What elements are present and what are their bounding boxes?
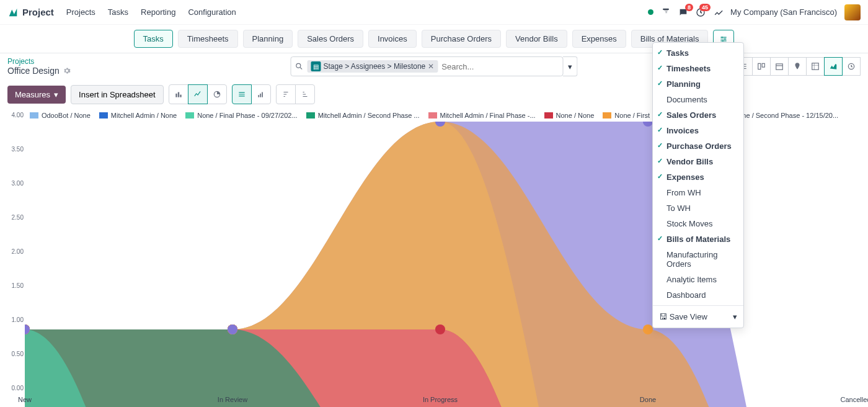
messages-badge: 8 [685,4,693,11]
y-axis: 0.000.501.001.502.002.503.003.504.00 [5,122,24,395]
activities-badge: 45 [699,4,711,11]
view-kanban[interactable] [752,57,771,76]
view-pivot[interactable] [806,57,825,76]
legend-item[interactable]: OdooBot / None [30,112,91,119]
legend-item[interactable]: None / Final Phase - 09/27/202... [185,112,297,119]
x-tick: In Review [218,396,247,403]
company-selector[interactable]: My Company (San Francisco) [730,7,837,17]
dd-item-planning[interactable]: Planning [653,76,743,92]
search-box[interactable]: ▤ Stage > Assignees > Milestone ✕ [291,56,564,76]
tab-planning[interactable]: Planning [243,30,293,48]
y-tick: 0.00 [12,385,24,391]
dd-item-purchase-orders[interactable]: Purchase Orders [653,138,743,154]
search-icon [295,62,304,71]
save-view-item[interactable]: 🖫 Save View ▾ [653,308,743,325]
y-tick: 1.50 [12,282,24,289]
x-tick: In Progress [423,396,458,403]
tab-vendor-bills[interactable]: Vendor Bills [506,30,567,48]
menu-reporting[interactable]: Reporting [141,7,175,17]
chart-line-button[interactable] [188,84,208,104]
search-area: ▤ Stage > Assignees > Milestone ✕ ▾ [291,56,578,76]
svg-point-2 [725,38,726,39]
y-tick: 3.50 [12,146,24,153]
y-tick: 1.00 [12,316,24,323]
dd-item-sales-orders[interactable]: Sales Orders [653,107,743,123]
dd-item-bills-of-materials[interactable]: Bills of Materials [653,231,743,247]
dd-item-timesheets[interactable]: Timesheets [653,61,743,76]
view-graph[interactable] [824,57,843,76]
dd-item-analytic-items[interactable]: Analytic Items [653,272,743,287]
search-options-toggle[interactable]: ▾ [563,56,578,76]
user-avatar[interactable] [844,4,861,20]
chart-pie-button[interactable] [207,84,227,104]
tab-timesheets[interactable]: Timesheets [178,30,238,48]
topbar: Project Projects Tasks Reporting Configu… [0,0,868,25]
sort-asc-button[interactable] [295,84,315,104]
legend-swatch [99,112,108,119]
dd-item-stock-moves[interactable]: Stock Moves [653,216,743,231]
breadcrumb-parent[interactable]: Projects [7,57,71,66]
gear-icon[interactable] [63,67,71,74]
y-tick: 0.50 [12,351,24,357]
tab-purchase-orders[interactable]: Purchase Orders [422,30,501,48]
svg-rect-16 [262,92,263,97]
legend-item[interactable]: None / None [544,112,595,119]
tab-sales-orders[interactable]: Sales Orders [298,30,363,48]
legend-swatch [544,112,553,119]
search-input[interactable] [441,62,559,71]
breadcrumb-current: Office Design [7,66,60,76]
chart-point[interactable] [435,324,445,334]
view-settings-dropdown: TasksTimesheetsPlanningDocumentsSales Or… [652,42,744,328]
chart-point[interactable] [228,324,237,334]
messages-icon[interactable]: 8 [678,7,688,17]
tab-expenses[interactable]: Expenses [572,30,626,48]
svg-rect-11 [177,92,179,97]
tab-invoices[interactable]: Invoices [368,30,417,48]
app-name: Project [22,7,54,17]
chart-point[interactable] [643,324,653,334]
legend-swatch [603,112,611,119]
y-tick: 3.00 [12,180,24,187]
dd-item-vendor-bills[interactable]: Vendor Bills [653,154,743,169]
debug-icon[interactable] [713,7,723,17]
chart-bar-button[interactable] [169,84,188,104]
dd-item-from-wh[interactable]: From WH [653,185,743,200]
dd-item-expenses[interactable]: Expenses [653,169,743,185]
svg-rect-6 [762,63,764,67]
tab-tasks[interactable]: Tasks [134,30,173,48]
y-tick: 2.50 [12,214,24,221]
dd-item-tasks[interactable]: Tasks [653,45,743,61]
x-tick: Cancelled [841,396,868,403]
view-calendar[interactable] [770,57,789,76]
insert-spreadsheet-button[interactable]: Insert in Spreadsheet [71,85,164,104]
menu-configuration[interactable]: Configuration [188,7,236,17]
legend-item[interactable]: Mitchell Admin / None [99,112,177,119]
groupby-chip[interactable]: ▤ Stage > Assignees > Milestone ✕ [308,60,438,73]
stacked-button[interactable] [232,84,252,104]
svg-rect-5 [758,63,761,69]
svg-point-3 [722,40,724,41]
svg-rect-14 [258,95,259,97]
top-menu: Projects Tasks Reporting Configuration [66,7,236,17]
dd-item-dashboard[interactable]: Dashboard [653,287,743,303]
dd-item-to-wh[interactable]: To WH [653,200,743,216]
y-tick: 2.00 [12,248,24,255]
chip-remove-icon[interactable]: ✕ [428,62,434,71]
view-map[interactable] [788,57,807,76]
menu-projects[interactable]: Projects [66,7,95,17]
legend-item[interactable]: Mitchell Admin / Second Phase ... [306,112,420,119]
save-icon: 🖫 [659,312,667,321]
dd-item-documents[interactable]: Documents [653,92,743,107]
sort-desc-button[interactable] [276,84,296,104]
measures-button[interactable]: Measures ▾ [7,86,66,104]
activities-icon[interactable]: 45 [696,7,706,17]
dd-item-manufacturing-orders[interactable]: Manufacturing Orders [653,247,743,272]
menu-tasks[interactable]: Tasks [108,7,128,17]
dd-item-invoices[interactable]: Invoices [653,123,743,138]
legend-swatch [185,112,194,119]
svg-rect-8 [812,63,819,70]
view-activity[interactable] [842,57,861,76]
cumulative-button[interactable] [251,84,271,104]
legend-item[interactable]: Mitchell Admin / Final Phase -... [428,112,536,119]
phone-icon[interactable] [661,7,671,17]
